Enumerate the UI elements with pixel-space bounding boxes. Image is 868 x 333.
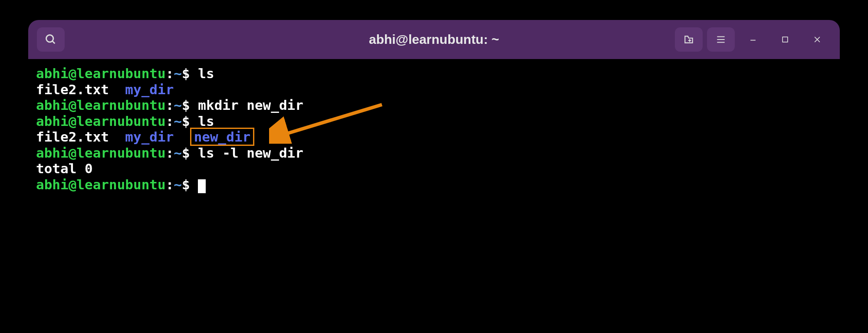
terminal-line: file2.txt my_dir <box>36 82 832 98</box>
prompt-colon: : <box>166 113 174 129</box>
terminal-line: file2.txt my_dir new_dir <box>36 129 832 145</box>
new-tab-icon <box>683 34 694 45</box>
minimize-button[interactable] <box>739 27 767 52</box>
prompt-dollar: $ <box>182 97 190 113</box>
output-text: total 0 <box>36 161 93 176</box>
svg-line-1 <box>53 41 55 44</box>
annotation-highlight-box: new_dir <box>190 128 255 146</box>
terminal-line: abhi@learnubuntu:~$ ls <box>36 66 832 82</box>
cursor <box>198 179 206 193</box>
prompt-path: ~ <box>174 113 182 129</box>
terminal-body[interactable]: abhi@learnubuntu:~$ ls file2.txt my_dir … <box>28 59 840 199</box>
terminal-line: abhi@learnubuntu:~$ ls -l new_dir <box>36 145 832 161</box>
file-listing: file2.txt <box>36 82 109 97</box>
new-tab-button[interactable] <box>675 27 703 52</box>
terminal-line: total 0 <box>36 161 832 177</box>
maximize-icon <box>781 35 789 44</box>
file-listing: file2.txt <box>36 129 109 145</box>
search-icon <box>45 33 57 46</box>
prompt-user: abhi@learnubuntu <box>36 145 166 161</box>
terminal-line: abhi@learnubuntu:~$ ls <box>36 113 832 129</box>
prompt-colon: : <box>166 66 174 81</box>
prompt-colon: : <box>166 145 174 161</box>
prompt-user: abhi@learnubuntu <box>36 113 166 129</box>
prompt-dollar: $ <box>182 177 190 192</box>
prompt-colon: : <box>166 177 174 192</box>
prompt-path: ~ <box>174 97 182 113</box>
dir-listing: my_dir <box>125 129 174 145</box>
prompt-path: ~ <box>174 177 182 192</box>
prompt-path: ~ <box>174 66 182 81</box>
dir-listing: new_dir <box>194 129 251 145</box>
titlebar-controls <box>675 27 831 52</box>
svg-point-0 <box>46 35 53 42</box>
prompt-dollar: $ <box>182 113 190 129</box>
search-button[interactable] <box>37 27 65 52</box>
svg-rect-8 <box>783 37 788 42</box>
prompt-path: ~ <box>174 145 182 161</box>
window-title: abhi@learnubuntu: ~ <box>369 32 499 47</box>
prompt-user: abhi@learnubuntu <box>36 97 166 113</box>
dir-listing: my_dir <box>125 82 174 97</box>
prompt-user: abhi@learnubuntu <box>36 177 166 192</box>
prompt-user: abhi@learnubuntu <box>36 66 166 81</box>
command-text: ls -l new_dir <box>198 145 303 161</box>
titlebar: abhi@learnubuntu: ~ <box>28 20 840 59</box>
close-icon <box>813 35 822 44</box>
prompt-dollar: $ <box>182 66 190 81</box>
terminal-line: abhi@learnubuntu:~$ mkdir new_dir <box>36 97 832 113</box>
prompt-colon: : <box>166 97 174 113</box>
command-text: ls <box>198 66 214 81</box>
terminal-window: abhi@learnubuntu: ~ <box>28 20 840 313</box>
menu-button[interactable] <box>707 27 735 52</box>
minimize-icon <box>749 35 757 44</box>
command-text: mkdir new_dir <box>198 97 303 113</box>
maximize-button[interactable] <box>771 27 799 52</box>
prompt-dollar: $ <box>182 145 190 161</box>
command-text: ls <box>198 113 214 129</box>
close-button[interactable] <box>803 27 831 52</box>
terminal-line: abhi@learnubuntu:~$ <box>36 177 832 193</box>
hamburger-icon <box>715 34 727 45</box>
